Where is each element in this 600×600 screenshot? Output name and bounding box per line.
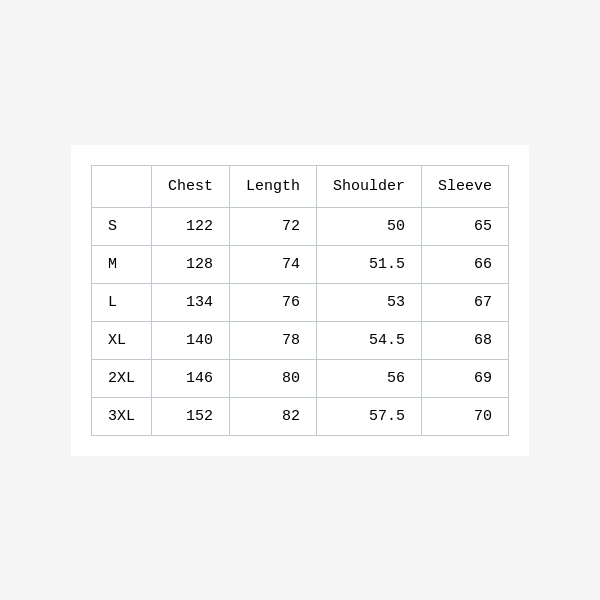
cell-shoulder: 54.5 — [317, 321, 422, 359]
cell-length: 74 — [229, 245, 316, 283]
header-sleeve: Sleeve — [422, 165, 509, 207]
header-shoulder: Shoulder — [317, 165, 422, 207]
cell-length: 72 — [229, 207, 316, 245]
cell-shoulder: 50 — [317, 207, 422, 245]
cell-shoulder: 57.5 — [317, 397, 422, 435]
table-header-row: Chest Length Shoulder Sleeve — [91, 165, 508, 207]
cell-chest: 140 — [151, 321, 229, 359]
cell-length: 78 — [229, 321, 316, 359]
cell-size: XL — [91, 321, 151, 359]
table-row: 3XL1528257.570 — [91, 397, 508, 435]
cell-length: 82 — [229, 397, 316, 435]
cell-shoulder: 56 — [317, 359, 422, 397]
cell-sleeve: 68 — [422, 321, 509, 359]
cell-chest: 134 — [151, 283, 229, 321]
header-chest: Chest — [151, 165, 229, 207]
cell-size: 2XL — [91, 359, 151, 397]
cell-chest: 122 — [151, 207, 229, 245]
cell-sleeve: 67 — [422, 283, 509, 321]
table-row: M1287451.566 — [91, 245, 508, 283]
size-chart-container: Chest Length Shoulder Sleeve S122725065M… — [71, 145, 529, 456]
header-size — [91, 165, 151, 207]
cell-sleeve: 69 — [422, 359, 509, 397]
cell-length: 76 — [229, 283, 316, 321]
cell-size: 3XL — [91, 397, 151, 435]
table-row: S122725065 — [91, 207, 508, 245]
header-length: Length — [229, 165, 316, 207]
size-chart-table: Chest Length Shoulder Sleeve S122725065M… — [91, 165, 509, 436]
cell-size: L — [91, 283, 151, 321]
cell-sleeve: 65 — [422, 207, 509, 245]
cell-shoulder: 51.5 — [317, 245, 422, 283]
cell-length: 80 — [229, 359, 316, 397]
cell-chest: 146 — [151, 359, 229, 397]
cell-sleeve: 66 — [422, 245, 509, 283]
table-row: XL1407854.568 — [91, 321, 508, 359]
cell-size: S — [91, 207, 151, 245]
cell-chest: 128 — [151, 245, 229, 283]
cell-size: M — [91, 245, 151, 283]
table-row: L134765367 — [91, 283, 508, 321]
cell-shoulder: 53 — [317, 283, 422, 321]
cell-sleeve: 70 — [422, 397, 509, 435]
cell-chest: 152 — [151, 397, 229, 435]
table-row: 2XL146805669 — [91, 359, 508, 397]
